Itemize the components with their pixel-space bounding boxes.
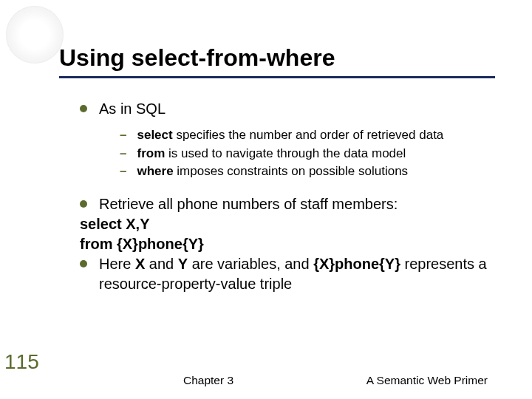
bullet-level1: As in SQL	[80, 99, 495, 119]
footer-center: Chapter 3	[183, 374, 233, 387]
page-number: 115	[4, 350, 39, 374]
code-line: from {X}phone{Y}	[80, 234, 495, 254]
sub-bullet: – select specifies the number and order …	[120, 126, 495, 145]
bullet-level1: Retrieve all phone numbers of staff memb…	[80, 194, 495, 214]
bullet-icon	[80, 200, 87, 208]
slide: Using select-from-where As in SQL – sele…	[0, 0, 532, 399]
sub-bullet-text: where imposes constraints on possible so…	[137, 163, 408, 181]
sub-bullet-text: select specifies the number and order of…	[137, 126, 443, 145]
footer-right: A Semantic Web Primer	[366, 374, 488, 387]
bullet-text: Here X and Y are variables, and {X}phone…	[99, 254, 495, 294]
corner-decoration	[6, 6, 64, 64]
bullet-icon	[80, 105, 87, 112]
sub-bullet: – from is used to navigate through the d…	[120, 145, 495, 163]
sub-bullet-text: from is used to navigate through the dat…	[137, 145, 406, 163]
bullet-level1: Here X and Y are variables, and {X}phone…	[80, 254, 495, 294]
slide-body: As in SQL – select specifies the number …	[59, 99, 495, 294]
bullet-icon	[80, 260, 87, 267]
slide-title: Using select-from-where	[59, 44, 495, 72]
dash-icon: –	[120, 126, 126, 145]
title-underline	[59, 76, 495, 78]
code-line: select X,Y	[80, 214, 495, 234]
paragraph-block: Retrieve all phone numbers of staff memb…	[80, 194, 495, 294]
dash-icon: –	[120, 163, 126, 181]
bullet-text: As in SQL	[99, 99, 166, 119]
sub-bullet: – where imposes constraints on possible …	[120, 163, 495, 181]
bullet-text: Retrieve all phone numbers of staff memb…	[99, 194, 398, 214]
sub-bullet-group: – select specifies the number and order …	[120, 126, 495, 181]
dash-icon: –	[120, 145, 126, 163]
